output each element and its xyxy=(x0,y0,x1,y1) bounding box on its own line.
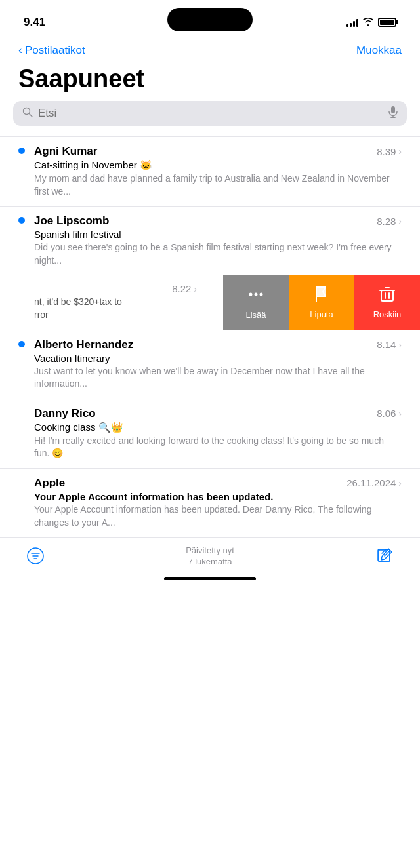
chevron-right-icon: › xyxy=(398,340,402,350)
email-header: Joe Lipscomb 8.28 › xyxy=(34,214,402,227)
unread-indicator-area xyxy=(18,283,34,321)
more-label: Lisää xyxy=(245,310,266,320)
swipe-actions: Lisää Liputa xyxy=(223,275,420,329)
bottom-bar: Päivitetty nyt 7 lukematta xyxy=(0,537,420,572)
unread-count: 7 lukematta xyxy=(188,557,232,566)
flag-icon xyxy=(314,286,329,307)
edit-button[interactable]: Muokkaa xyxy=(356,44,402,57)
email-preview: Did you see there's going to be a Spanis… xyxy=(34,241,402,267)
flag-label: Liputa xyxy=(310,309,333,319)
email-time: 8.14 xyxy=(377,339,396,350)
swiped-email-content: 8.22 › nt, it'd be $320+tax torror xyxy=(0,275,197,329)
home-indicator xyxy=(164,577,256,580)
email-time-area: 26.11.2024 › xyxy=(346,477,402,488)
email-item[interactable]: Joe Lipscomb 8.28 › Spanish film festiva… xyxy=(0,206,420,275)
email-content: 8.22 › nt, it'd be $320+tax torror xyxy=(34,283,197,321)
email-item[interactable]: Danny Rico 8.06 › Cooking class 🔍👑 Hi! I… xyxy=(0,399,420,468)
search-bar[interactable] xyxy=(13,101,407,126)
email-time: 26.11.2024 xyxy=(346,477,396,488)
email-time-area: 8.39 › xyxy=(377,146,402,157)
email-header: Apple 26.11.2024 › xyxy=(34,477,402,490)
email-list: Agni Kumar 8.39 › Cat-sitting in Novembe… xyxy=(0,136,420,537)
email-time-area: 8.14 › xyxy=(377,339,402,350)
email-sender: Danny Rico xyxy=(34,407,96,420)
chevron-left-icon: ‹ xyxy=(18,43,22,57)
more-action-button[interactable]: Lisää xyxy=(223,275,289,329)
wifi-icon xyxy=(362,17,374,28)
email-sender: Joe Lipscomb xyxy=(34,214,109,227)
unread-dot xyxy=(18,148,25,154)
filter-button[interactable] xyxy=(26,547,45,565)
phone-frame: 9.41 ‹ Postilaatikot xyxy=(0,0,420,868)
updated-status: Päivitetty nyt xyxy=(186,545,234,555)
email-subject: Cooking class 🔍👑 xyxy=(34,422,402,433)
swiped-email-row: 8.22 › nt, it'd be $320+tax torror xyxy=(0,275,420,329)
unread-dot xyxy=(18,341,25,347)
compose-button[interactable] xyxy=(375,547,394,565)
unread-indicator-area xyxy=(18,214,34,267)
status-icons xyxy=(346,17,396,28)
email-sender: Agni Kumar xyxy=(34,145,97,158)
unread-indicator-area xyxy=(18,145,34,198)
nav-bar: ‹ Postilaatikot Muokkaa xyxy=(0,38,420,62)
email-header: Danny Rico 8.06 › xyxy=(34,407,402,420)
svg-rect-9 xyxy=(381,290,393,301)
email-time: 8.28 xyxy=(377,216,396,227)
email-content: Joe Lipscomb 8.28 › Spanish film festiva… xyxy=(34,214,402,267)
email-preview: Your Apple Account information has been … xyxy=(34,503,402,529)
email-time-area: 8.28 › xyxy=(377,216,402,227)
search-icon xyxy=(22,107,33,120)
email-preview: Just want to let you know when we'll be … xyxy=(34,365,402,391)
svg-point-5 xyxy=(249,292,253,296)
search-input[interactable] xyxy=(38,107,383,120)
email-content: Danny Rico 8.06 › Cooking class 🔍👑 Hi! I… xyxy=(34,407,402,460)
email-time-area: 8.22 › xyxy=(172,283,197,294)
email-preview: My mom and dad have planned a family tri… xyxy=(34,172,402,198)
trash-label: Roskiin xyxy=(373,309,402,319)
unread-indicator-area xyxy=(18,338,34,391)
email-item[interactable]: Apple 26.11.2024 › Your Apple Account in… xyxy=(0,468,420,537)
email-preview: Hi! I'm really excited and looking forwa… xyxy=(34,435,402,460)
email-header: Alberto Hernandez 8.14 › xyxy=(34,338,402,351)
email-time: 8.22 xyxy=(172,283,191,294)
email-time: 8.06 xyxy=(377,408,396,419)
email-content: Apple 26.11.2024 › Your Apple Account in… xyxy=(34,477,402,529)
email-subject: Cat-sitting in November 🐱 xyxy=(34,159,402,171)
more-icon xyxy=(247,285,265,307)
chevron-right-icon: › xyxy=(194,284,197,294)
svg-point-7 xyxy=(260,292,263,296)
dynamic-island xyxy=(167,8,253,31)
svg-rect-8 xyxy=(316,287,326,296)
email-time: 8.39 xyxy=(377,146,396,157)
trash-icon xyxy=(379,286,395,307)
unread-indicator-area xyxy=(18,407,34,460)
chevron-right-icon: › xyxy=(398,478,402,488)
mic-icon[interactable] xyxy=(388,106,398,121)
email-subject: Your Apple Account information has been … xyxy=(34,491,402,502)
email-item[interactable]: Alberto Hernandez 8.14 › Vacation Itiner… xyxy=(0,330,420,399)
email-header: 8.22 › xyxy=(34,283,197,294)
flag-action-button[interactable]: Liputa xyxy=(289,275,354,329)
email-sender: Apple xyxy=(34,477,65,490)
svg-point-6 xyxy=(255,292,258,296)
email-header: Agni Kumar 8.39 › xyxy=(34,145,402,158)
email-time-area: 8.06 › xyxy=(377,408,402,419)
email-subject: Spanish film festival xyxy=(34,229,402,240)
chevron-right-icon: › xyxy=(398,216,402,226)
email-item[interactable]: Agni Kumar 8.39 › Cat-sitting in Novembe… xyxy=(0,136,420,206)
battery-icon xyxy=(378,18,396,27)
signal-icon xyxy=(346,18,358,27)
trash-action-button[interactable]: Roskiin xyxy=(354,275,420,329)
email-subject: Vacation Itinerary xyxy=(34,353,402,364)
page-title: Saapuneet xyxy=(0,62,420,101)
unread-indicator-area xyxy=(18,477,34,529)
email-preview: nt, it'd be $320+tax torror xyxy=(34,296,197,321)
back-button[interactable]: ‹ Postilaatikot xyxy=(18,43,85,57)
status-time: 9.41 xyxy=(24,16,45,29)
back-label: Postilaatikot xyxy=(25,44,85,57)
email-content: Alberto Hernandez 8.14 › Vacation Itiner… xyxy=(34,338,402,391)
email-sender: Alberto Hernandez xyxy=(34,338,133,351)
chevron-right-icon: › xyxy=(398,408,402,419)
status-area: Päivitetty nyt 7 lukematta xyxy=(186,545,234,566)
chevron-right-icon: › xyxy=(398,146,402,157)
